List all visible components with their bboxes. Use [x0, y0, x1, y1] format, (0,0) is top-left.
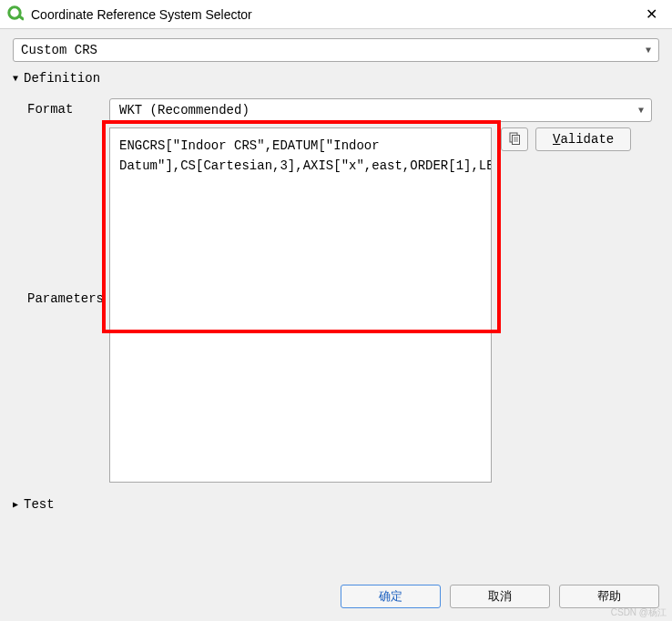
expand-collapse-icon: ▼ — [13, 74, 18, 84]
crs-selected-value: Custom CRS — [21, 43, 97, 57]
cancel-button[interactable]: 取消 — [450, 585, 550, 608]
chevron-down-icon: ▼ — [638, 106, 644, 116]
definition-label: Definition — [24, 71, 100, 86]
close-button[interactable]: ✕ — [638, 5, 665, 23]
svg-rect-2 — [513, 135, 520, 144]
copy-icon — [508, 132, 521, 148]
definition-panel: Format WKT (Recommended) ▼ Parameters EN… — [13, 91, 659, 495]
title-bar: Coordinate Reference System Selector ✕ — [0, 0, 672, 29]
format-label: Format — [27, 98, 109, 117]
dialog-button-bar: 确定 取消 帮助 — [341, 585, 659, 608]
expand-collapse-icon: ▶ — [13, 499, 18, 510]
validate-label: Validate — [553, 132, 614, 147]
window-title: Coordinate Reference System Selector — [31, 7, 638, 22]
help-button[interactable]: 帮助 — [559, 585, 659, 608]
parameters-textarea[interactable]: ENGCRS["Indoor CRS",EDATUM["Indoor Datum… — [109, 127, 492, 483]
format-dropdown[interactable]: WKT (Recommended) ▼ — [109, 98, 652, 122]
app-icon — [7, 5, 24, 24]
parameters-label: Parameters — [27, 127, 109, 306]
validate-button[interactable]: Validate — [535, 127, 631, 151]
format-selected-value: WKT (Recommended) — [119, 103, 249, 117]
ok-button[interactable]: 确定 — [341, 585, 441, 608]
crs-selector-dropdown[interactable]: Custom CRS ▼ — [13, 38, 659, 62]
test-label: Test — [24, 497, 55, 512]
test-section-header[interactable]: ▶ Test — [13, 497, 659, 512]
watermark: CSDN @杨江 — [611, 606, 667, 619]
definition-section-header[interactable]: ▼ Definition — [13, 71, 659, 86]
chevron-down-icon: ▼ — [646, 46, 651, 56]
copy-button[interactable] — [501, 127, 528, 151]
